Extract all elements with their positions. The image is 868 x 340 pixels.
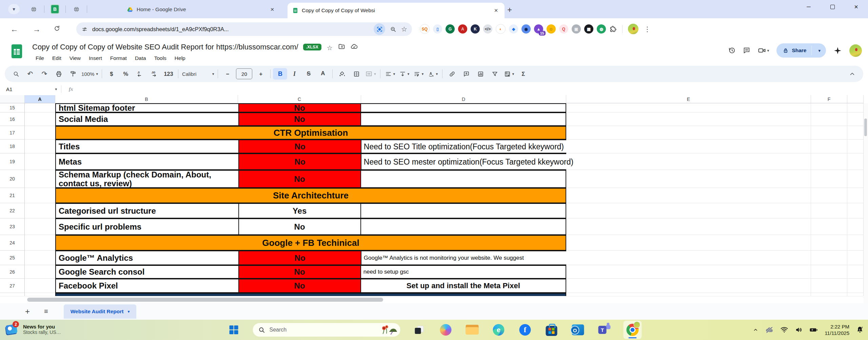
table-row[interactable]: 16Social MediaNo bbox=[0, 112, 868, 126]
cell-a24[interactable] bbox=[25, 235, 55, 251]
sheets-logo-icon[interactable] bbox=[9, 43, 25, 59]
fill-color-icon[interactable] bbox=[335, 68, 349, 80]
cell-e24[interactable] bbox=[566, 235, 811, 251]
menu-file[interactable]: File bbox=[32, 54, 47, 62]
qr-black-extension-icon[interactable]: ▦ bbox=[584, 24, 593, 34]
cell-c26-status[interactable]: No bbox=[238, 266, 361, 278]
cell-e16[interactable] bbox=[566, 112, 811, 126]
cell-a18[interactable] bbox=[25, 140, 55, 153]
insert-comment-icon[interactable] bbox=[459, 68, 473, 80]
column-header-B[interactable]: B bbox=[55, 95, 238, 103]
cell-d26[interactable]: need to setup gsc bbox=[361, 266, 566, 278]
all-sheets-button[interactable]: ≡ bbox=[44, 307, 48, 315]
cell-b26[interactable]: Google Search consol bbox=[56, 266, 238, 278]
cell-a22[interactable] bbox=[25, 203, 55, 218]
horizontal-align-icon[interactable]: ▾ bbox=[383, 68, 397, 80]
cell-f26[interactable] bbox=[811, 265, 847, 279]
copilot-icon[interactable] bbox=[438, 322, 453, 337]
cell-e22[interactable] bbox=[566, 203, 811, 218]
facebook-icon[interactable]: f bbox=[518, 322, 533, 337]
close-tab-icon[interactable]: × bbox=[269, 6, 276, 13]
cell-c15-status[interactable]: No bbox=[238, 104, 361, 112]
camera-extension-icon[interactable]: ▣ bbox=[572, 24, 581, 34]
red-book-extension-icon[interactable]: A bbox=[458, 24, 467, 34]
table-row[interactable]: 17CTR Optimisation bbox=[0, 126, 868, 140]
bold[interactable]: B bbox=[273, 68, 287, 80]
table-row[interactable]: 22Categorised url structureYes bbox=[0, 203, 868, 218]
cell-f20[interactable] bbox=[811, 170, 847, 188]
redo-icon[interactable]: ↷ bbox=[37, 68, 52, 80]
cell-e23[interactable] bbox=[566, 218, 811, 235]
audit-table-row[interactable]: Facebook PixelNoSet up and install the M… bbox=[55, 279, 566, 293]
row-header-16[interactable]: 16 bbox=[0, 112, 25, 126]
add-sheet-button[interactable]: + bbox=[25, 307, 30, 316]
widgets-button[interactable]: 2 News for you Stocks rally, US… bbox=[5, 322, 61, 336]
cell-c19-status[interactable]: No bbox=[238, 154, 361, 169]
cell-f19[interactable] bbox=[811, 153, 847, 170]
toolbar-search-icon[interactable] bbox=[9, 68, 23, 80]
onedrive-off-icon[interactable] bbox=[765, 325, 774, 334]
teams-icon[interactable]: T bbox=[597, 322, 612, 337]
column-header-C[interactable]: C bbox=[238, 95, 361, 103]
audit-table-row[interactable]: Categorised url structureYes bbox=[55, 203, 566, 218]
audit-table-row[interactable]: Site Architechture bbox=[55, 188, 566, 203]
horizontal-scrollbar[interactable] bbox=[0, 296, 864, 303]
row-header-15[interactable]: 15 bbox=[0, 103, 25, 112]
cell-c16-status[interactable]: No bbox=[238, 113, 361, 125]
cell-a16[interactable] bbox=[25, 112, 55, 126]
increase-decimals-icon[interactable]: .00 bbox=[147, 68, 161, 80]
insert-link-icon[interactable] bbox=[445, 68, 459, 80]
text-color[interactable]: A bbox=[316, 68, 330, 80]
strikethrough[interactable]: S bbox=[301, 68, 316, 80]
cell-b19[interactable]: Metas bbox=[56, 154, 238, 169]
minimize-button[interactable]: ─ bbox=[797, 0, 821, 14]
cell-b20[interactable]: Schema Markup (check Domain, About, cont… bbox=[56, 171, 238, 187]
table-row[interactable]: 24Google + FB Techinical bbox=[0, 235, 868, 251]
cell-b18[interactable]: Titles bbox=[56, 140, 238, 153]
new-tab-button[interactable]: + bbox=[505, 5, 515, 15]
table-row[interactable]: 20Schema Markup (check Domain, About, co… bbox=[0, 170, 868, 188]
volume-icon[interactable] bbox=[795, 326, 803, 334]
browser-tab-drive[interactable]: Home - Google Drive × bbox=[122, 3, 281, 16]
cell-e27[interactable] bbox=[566, 279, 811, 293]
menu-view[interactable]: View bbox=[66, 54, 84, 62]
task-view-button[interactable] bbox=[412, 322, 427, 337]
cell-a17[interactable] bbox=[25, 126, 55, 140]
cell-c23-status[interactable]: No bbox=[238, 219, 361, 234]
back-button[interactable]: ← bbox=[7, 22, 21, 36]
merge-cells-icon[interactable]: ▾ bbox=[363, 68, 378, 80]
cell-e25[interactable] bbox=[566, 251, 811, 265]
site-info-icon[interactable] bbox=[82, 26, 87, 32]
format-currency[interactable]: $ bbox=[104, 68, 119, 80]
version-history-icon[interactable] bbox=[728, 47, 735, 54]
vertical-scrollbar[interactable] bbox=[863, 103, 868, 303]
swirl-extension-icon[interactable]: ◐ bbox=[496, 24, 506, 34]
cell-g25[interactable] bbox=[847, 251, 864, 265]
cell-f21[interactable] bbox=[811, 188, 847, 203]
clock[interactable]: 2:22 PM 11/11/2025 bbox=[825, 323, 849, 336]
cell-d20[interactable] bbox=[361, 171, 566, 187]
cell-g27[interactable] bbox=[847, 279, 864, 293]
grammar-g-extension-icon[interactable]: G bbox=[446, 24, 455, 34]
cell-d27[interactable]: Set up and install the Meta Pixel bbox=[361, 279, 566, 292]
cell-f16[interactable] bbox=[811, 112, 847, 126]
share-button[interactable]: Share ▾ bbox=[776, 43, 826, 58]
vertical-align-icon[interactable]: ▾ bbox=[397, 68, 411, 80]
cell-g18[interactable] bbox=[847, 140, 864, 153]
b-extension-icon[interactable]: B bbox=[51, 5, 59, 14]
cell-g15[interactable] bbox=[847, 103, 864, 112]
address-bar[interactable]: docs.google.com/spreadsheets/d/1_eA9cPXf… bbox=[76, 22, 412, 36]
cell-b23[interactable]: Specific url problems bbox=[56, 219, 238, 234]
cell-c27-status[interactable]: No bbox=[238, 279, 361, 292]
italic[interactable]: I bbox=[287, 68, 301, 80]
document-status-cloud-icon[interactable] bbox=[351, 43, 358, 50]
row-header-24[interactable]: 24 bbox=[0, 235, 25, 251]
cell-f22[interactable] bbox=[811, 203, 847, 218]
cell-g26[interactable] bbox=[847, 265, 864, 279]
cell-d16[interactable] bbox=[361, 113, 566, 125]
audit-table-row[interactable]: Specific url problemsNo bbox=[55, 218, 566, 235]
wifi-icon[interactable] bbox=[780, 326, 788, 334]
borders-icon[interactable] bbox=[349, 68, 363, 80]
cell-g17[interactable] bbox=[847, 126, 864, 140]
code-extension-icon[interactable]: </> bbox=[483, 24, 492, 34]
